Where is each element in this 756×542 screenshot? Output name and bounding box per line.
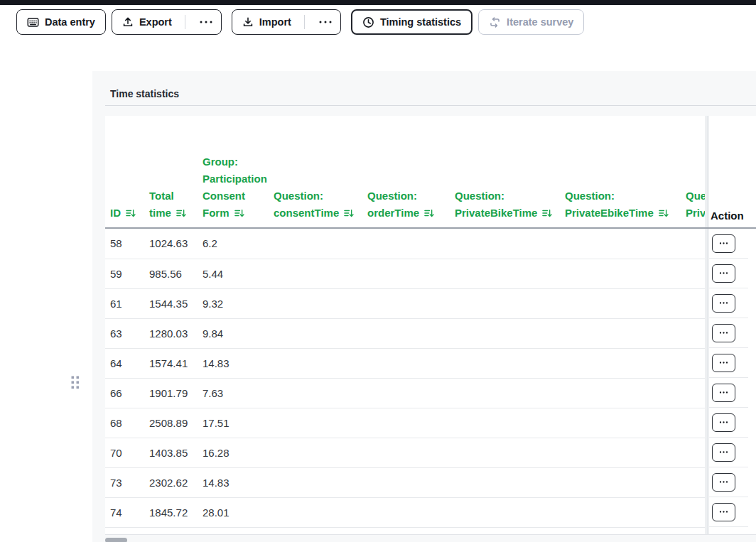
row-actions-button[interactable] [712, 354, 735, 372]
action-row [709, 467, 748, 497]
row-actions-button[interactable] [712, 413, 735, 432]
column-header-question-PrivateEbikeTime[interactable]: Question:PrivateEbikeTime [560, 116, 681, 229]
cell-id: 61 [105, 288, 144, 318]
action-row [709, 348, 748, 378]
action-row [709, 408, 748, 438]
iterate-survey-button[interactable]: Iterate survey [478, 9, 584, 35]
cell-total-time: 2302.62 [144, 467, 198, 497]
cell-question-orderTime [362, 229, 450, 259]
column-header-id[interactable]: ID [105, 116, 144, 229]
iterate-survey-label: Iterate survey [507, 16, 573, 28]
row-actions-button[interactable] [712, 443, 735, 462]
import-more-button[interactable] [310, 10, 340, 34]
table-row: 641574.4114.83 [105, 348, 705, 378]
export-more-button[interactable] [191, 10, 221, 34]
sort-icon[interactable] [424, 208, 434, 218]
column-label-line: time [149, 205, 171, 222]
cell-question-PrivateBikeTime [450, 438, 560, 467]
table-row: 611544.359.32 [105, 288, 705, 318]
cell-question-PrivateBikeTime [450, 318, 560, 348]
row-actions-button[interactable] [712, 384, 735, 402]
column-header-group-participation-consent-form[interactable]: Group:ParticipationConsentForm [198, 116, 269, 229]
column-header-question-orderTime[interactable]: Question:orderTime [362, 116, 450, 229]
cell-question-PrivateEbikeTime [560, 467, 681, 497]
cell-group-participation-consent-form: 6.2 [198, 229, 269, 259]
column-label-line: Question: [274, 188, 323, 205]
column-label-line: Form [202, 205, 230, 222]
row-actions-button[interactable] [712, 234, 735, 253]
row-actions-button[interactable] [712, 294, 735, 313]
content-area: Time statistics IDTotaltimeGroup:Partici… [92, 71, 756, 542]
ellipsis-icon [719, 511, 728, 513]
cell-question-consentTime [269, 318, 362, 348]
cell-question-clipped [681, 288, 705, 318]
table-row: 631280.039.84 [105, 318, 705, 348]
action-row [709, 229, 748, 259]
column-label-line: Group: [202, 153, 238, 170]
cell-question-PrivateEbikeTime [560, 288, 681, 318]
data-entry-label: Data entry [45, 16, 95, 28]
cell-question-PrivateBikeTime [450, 467, 560, 497]
column-label-line: Total [149, 188, 174, 205]
cell-question-PrivateBikeTime [450, 229, 560, 259]
cell-question-PrivateBikeTime [450, 348, 560, 378]
pane-resize-handle[interactable] [70, 375, 81, 389]
action-row [709, 318, 748, 348]
row-actions-button[interactable] [712, 503, 735, 521]
cell-question-PrivateEbikeTime [560, 438, 681, 467]
column-label-line: Consent [202, 188, 245, 205]
horizontal-scrollbar-thumb[interactable] [105, 538, 127, 542]
column-label-line: Question: [565, 188, 615, 205]
row-actions-button[interactable] [712, 473, 735, 492]
sort-icon[interactable] [234, 208, 244, 218]
action-column: Action [709, 116, 748, 534]
cell-question-PrivateBikeTime [450, 408, 560, 438]
column-label-line: ID [110, 205, 121, 222]
action-column-header: Action [709, 116, 744, 229]
import-label: Import [259, 16, 291, 28]
repeat-icon [489, 16, 501, 28]
cell-group-participation-consent-form: 5.44 [198, 259, 269, 288]
sort-icon[interactable] [176, 208, 186, 218]
cell-id: 64 [105, 348, 144, 378]
cell-question-PrivateEbikeTime [560, 259, 681, 288]
workspace: Time statistics IDTotaltimeGroup:Partici… [0, 71, 756, 542]
cell-group-participation-consent-form: 7.63 [198, 378, 269, 408]
cell-question-orderTime [362, 348, 450, 378]
data-entry-button[interactable]: Data entry [16, 9, 106, 35]
cell-question-PrivateEbikeTime [560, 348, 681, 378]
cell-total-time: 1845.72 [144, 497, 198, 527]
column-header-question-consentTime[interactable]: Question:consentTime [269, 116, 362, 229]
cell-question-consentTime [269, 467, 362, 497]
column-header-total-time[interactable]: Totaltime [144, 116, 198, 229]
cell-total-time: 1544.35 [144, 288, 198, 318]
timing-statistics-button[interactable]: Timing statistics [351, 9, 472, 35]
ellipsis-icon [719, 332, 728, 334]
column-header-question-PrivateBikeTime[interactable]: Question:PrivateBikeTime [450, 116, 560, 229]
ellipsis-icon [719, 302, 728, 304]
sort-icon[interactable] [126, 208, 136, 218]
cell-group-participation-consent-form: 28.01 [198, 497, 269, 527]
row-actions-button[interactable] [712, 264, 735, 283]
cell-question-clipped [681, 467, 705, 497]
sort-icon[interactable] [659, 208, 669, 218]
table-row: 732302.6214.83 [105, 467, 705, 497]
button-divider [185, 15, 185, 29]
column-header-question-clipped[interactable]: QuePriva [681, 116, 705, 229]
cell-question-orderTime [362, 378, 450, 408]
export-button[interactable]: Export [112, 10, 179, 34]
left-panel [0, 71, 92, 542]
cell-question-clipped [681, 259, 705, 288]
sort-icon[interactable] [542, 208, 552, 218]
cell-question-clipped [681, 378, 705, 408]
export-button-group: Export [112, 9, 222, 35]
import-button[interactable]: Import [232, 10, 298, 34]
table-scroll-area[interactable]: IDTotaltimeGroup:ParticipationConsentFor… [105, 116, 705, 534]
cell-question-clipped [681, 348, 705, 378]
cell-question-clipped [681, 229, 705, 259]
time-statistics-table-card: IDTotaltimeGroup:ParticipationConsentFor… [105, 116, 756, 535]
column-label-line: Que [686, 188, 705, 205]
sort-icon[interactable] [344, 208, 354, 218]
row-actions-button[interactable] [712, 324, 735, 342]
cell-total-time: 1403.85 [144, 438, 198, 467]
